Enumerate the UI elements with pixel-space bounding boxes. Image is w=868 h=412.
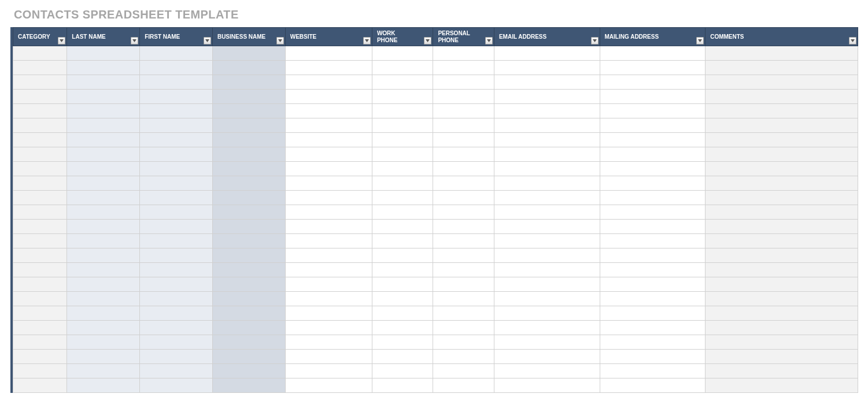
- cell-firstname[interactable]: [140, 234, 213, 248]
- cell-workphone[interactable]: [372, 306, 433, 321]
- cell-businessname[interactable]: [212, 292, 285, 306]
- cell-website[interactable]: [285, 335, 372, 350]
- cell-personalphone[interactable]: [433, 234, 494, 248]
- cell-mailing[interactable]: [600, 277, 706, 292]
- cell-email[interactable]: [494, 220, 600, 234]
- column-header-mailing[interactable]: MAILING ADDRESS: [600, 28, 706, 46]
- cell-comments[interactable]: [706, 147, 858, 162]
- cell-firstname[interactable]: [140, 147, 213, 162]
- cell-category[interactable]: [13, 364, 67, 378]
- filter-dropdown-icon[interactable]: [696, 37, 704, 44]
- cell-comments[interactable]: [706, 205, 858, 220]
- cell-website[interactable]: [285, 46, 372, 61]
- cell-lastname[interactable]: [67, 162, 140, 176]
- cell-workphone[interactable]: [372, 220, 433, 234]
- cell-lastname[interactable]: [67, 176, 140, 191]
- cell-category[interactable]: [13, 350, 67, 364]
- cell-firstname[interactable]: [140, 90, 213, 104]
- cell-businessname[interactable]: [212, 220, 285, 234]
- cell-mailing[interactable]: [600, 292, 706, 306]
- cell-email[interactable]: [494, 234, 600, 248]
- cell-lastname[interactable]: [67, 220, 140, 234]
- cell-website[interactable]: [285, 263, 372, 277]
- cell-personalphone[interactable]: [433, 350, 494, 364]
- cell-workphone[interactable]: [372, 75, 433, 90]
- cell-businessname[interactable]: [212, 306, 285, 321]
- cell-comments[interactable]: [706, 321, 858, 335]
- cell-category[interactable]: [13, 147, 67, 162]
- cell-comments[interactable]: [706, 248, 858, 263]
- cell-lastname[interactable]: [67, 234, 140, 248]
- cell-workphone[interactable]: [372, 234, 433, 248]
- cell-email[interactable]: [494, 350, 600, 364]
- filter-dropdown-icon[interactable]: [485, 37, 493, 44]
- cell-website[interactable]: [285, 205, 372, 220]
- cell-category[interactable]: [13, 220, 67, 234]
- cell-category[interactable]: [13, 205, 67, 220]
- cell-lastname[interactable]: [67, 321, 140, 335]
- cell-workphone[interactable]: [372, 176, 433, 191]
- cell-workphone[interactable]: [372, 321, 433, 335]
- cell-firstname[interactable]: [140, 162, 213, 176]
- cell-comments[interactable]: [706, 133, 858, 147]
- cell-email[interactable]: [494, 292, 600, 306]
- column-header-email[interactable]: EMAIL ADDRESS: [494, 28, 600, 46]
- cell-category[interactable]: [13, 104, 67, 118]
- column-header-businessname[interactable]: BUSINESS NAME: [212, 28, 285, 46]
- cell-businessname[interactable]: [212, 61, 285, 75]
- cell-lastname[interactable]: [67, 292, 140, 306]
- cell-website[interactable]: [285, 306, 372, 321]
- cell-firstname[interactable]: [140, 46, 213, 61]
- cell-workphone[interactable]: [372, 147, 433, 162]
- cell-lastname[interactable]: [67, 75, 140, 90]
- cell-businessname[interactable]: [212, 118, 285, 133]
- cell-mailing[interactable]: [600, 46, 706, 61]
- cell-mailing[interactable]: [600, 205, 706, 220]
- cell-website[interactable]: [285, 220, 372, 234]
- cell-comments[interactable]: [706, 46, 858, 61]
- cell-workphone[interactable]: [372, 191, 433, 205]
- cell-comments[interactable]: [706, 364, 858, 378]
- cell-firstname[interactable]: [140, 176, 213, 191]
- cell-category[interactable]: [13, 176, 67, 191]
- cell-businessname[interactable]: [212, 90, 285, 104]
- column-header-firstname[interactable]: FIRST NAME: [140, 28, 213, 46]
- cell-workphone[interactable]: [372, 104, 433, 118]
- cell-website[interactable]: [285, 133, 372, 147]
- cell-firstname[interactable]: [140, 263, 213, 277]
- filter-dropdown-icon[interactable]: [424, 37, 431, 44]
- cell-website[interactable]: [285, 162, 372, 176]
- cell-mailing[interactable]: [600, 263, 706, 277]
- cell-category[interactable]: [13, 378, 67, 393]
- cell-comments[interactable]: [706, 277, 858, 292]
- cell-firstname[interactable]: [140, 364, 213, 378]
- cell-category[interactable]: [13, 263, 67, 277]
- cell-businessname[interactable]: [212, 75, 285, 90]
- cell-businessname[interactable]: [212, 234, 285, 248]
- filter-dropdown-icon[interactable]: [58, 37, 65, 44]
- cell-email[interactable]: [494, 133, 600, 147]
- cell-mailing[interactable]: [600, 75, 706, 90]
- cell-businessname[interactable]: [212, 263, 285, 277]
- cell-personalphone[interactable]: [433, 220, 494, 234]
- cell-personalphone[interactable]: [433, 321, 494, 335]
- cell-firstname[interactable]: [140, 133, 213, 147]
- column-header-category[interactable]: CATEGORY: [13, 28, 67, 46]
- cell-firstname[interactable]: [140, 378, 213, 393]
- cell-comments[interactable]: [706, 263, 858, 277]
- cell-email[interactable]: [494, 248, 600, 263]
- column-header-website[interactable]: WEBSITE: [285, 28, 372, 46]
- cell-lastname[interactable]: [67, 335, 140, 350]
- cell-comments[interactable]: [706, 118, 858, 133]
- cell-website[interactable]: [285, 364, 372, 378]
- filter-dropdown-icon[interactable]: [276, 37, 284, 44]
- cell-website[interactable]: [285, 104, 372, 118]
- cell-mailing[interactable]: [600, 104, 706, 118]
- cell-category[interactable]: [13, 118, 67, 133]
- cell-mailing[interactable]: [600, 133, 706, 147]
- cell-email[interactable]: [494, 147, 600, 162]
- column-header-personalphone[interactable]: PERSONALPHONE: [433, 28, 494, 46]
- cell-firstname[interactable]: [140, 350, 213, 364]
- cell-email[interactable]: [494, 118, 600, 133]
- cell-businessname[interactable]: [212, 378, 285, 393]
